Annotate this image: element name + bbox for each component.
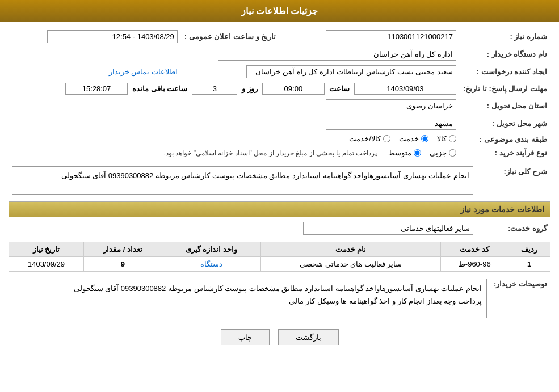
creator-input: سعید مجیبی نسب کارشناس ارتباطات اداره کل… — [246, 65, 456, 78]
city-value: مشهد — [9, 115, 460, 132]
need-number-value: 1103001121000217 — [287, 28, 460, 45]
deadline-days-input: 3 — [192, 83, 237, 95]
deadline-label: مهلت ارسال پاسخ: تا تاریخ: — [460, 81, 550, 97]
category-label: طبقه بندی موضوعی : — [460, 132, 550, 146]
info-row-city: شهر محل تحویل : مشهد — [9, 115, 550, 132]
contact-link-cell: اطلاعات تماس خریدار — [9, 63, 181, 81]
announce-datetime-input: 1403/08/29 - 12:54 — [47, 30, 178, 43]
page-header: جزئیات اطلاعات نیاز — [0, 0, 559, 22]
description-row: شرح کلی نیاز: انجام عملیات بهسازی آسانسو… — [9, 164, 550, 197]
process-radio-motevaset: متوسط — [388, 149, 421, 157]
info-row-process: نوع فرآیند خرید : جزیی متوسط — [9, 146, 550, 159]
service-group-input: سایر فعالیتهای خدماتی — [303, 222, 473, 235]
remaining-label: ساعت باقی مانده — [132, 85, 187, 93]
city-input: مشهد — [326, 117, 456, 130]
process-content: جزیی متوسط پرداخت تمام یا بخشی از مبلغ خ… — [9, 146, 460, 159]
col-count: تعداد / مقدار — [83, 242, 162, 257]
category-radio-khedmat: خدمت — [399, 134, 428, 143]
description-box: انجام عملیات بهسازی آسانسورهاواحد گواهین… — [12, 166, 473, 195]
table-cell-4: 9 — [83, 257, 162, 272]
process-jozi-radio[interactable] — [449, 149, 456, 157]
services-table-head: ردیف کد خدمت نام خدمت واحد اندازه گیری ت… — [9, 242, 550, 257]
description-value-cell: انجام عملیات بهسازی آسانسورهاواحد گواهین… — [9, 164, 477, 197]
announce-datetime-label: تاریخ و ساعت اعلان عمومی : — [181, 28, 287, 45]
buyer-notes-box: انجام عملیات بهسازی آسانسورهاواخذ گواهین… — [12, 279, 487, 318]
deadline-inline: 1403/09/03 ساعت 09:00 روز و 3 ساعت باقی … — [12, 83, 456, 95]
col-unit: واحد اندازه گیری — [162, 242, 260, 257]
info-row-creator: ایجاد کننده درخواست : سعید مجیبی نسب کار… — [9, 63, 550, 81]
col-service-code: کد خدمت — [441, 242, 508, 257]
buyer-notes-table: توصیحات خریدار: انجام عملیات بهسازی آسان… — [9, 276, 550, 321]
days-label: روز و — [242, 85, 258, 93]
buyer-notes-row: توصیحات خریدار: انجام عملیات بهسازی آسان… — [9, 276, 550, 321]
buyer-notes-label: توصیحات خریدار: — [490, 276, 550, 321]
services-table-header-row: ردیف کد خدمت نام خدمت واحد اندازه گیری ت… — [9, 242, 550, 257]
category-khedmat-radio[interactable] — [421, 135, 428, 142]
page-title: جزئیات اطلاعات نیاز — [241, 6, 318, 16]
service-group-value-cell: سایر فعالیتهای خدماتی — [9, 220, 477, 237]
info-row-need-number: شماره نیاز : 1103001121000217 تاریخ و سا… — [9, 28, 550, 45]
bottom-buttons: بازگشت چاپ — [9, 329, 550, 345]
process-jozi-label: جزیی — [430, 149, 447, 157]
city-label: شهر محل تحویل : — [460, 115, 550, 132]
buyer-notes-value-cell: انجام عملیات بهسازی آسانسورهاواخذ گواهین… — [9, 276, 490, 321]
info-row-province: استان محل تحویل : خراسان رضوی — [9, 97, 550, 115]
time-label: ساعت — [329, 85, 350, 93]
creator-value: سعید مجیبی نسب کارشناس ارتباطات اداره کل… — [181, 63, 460, 81]
need-number-input: 1103001121000217 — [326, 30, 456, 43]
category-kala-radio[interactable] — [449, 135, 456, 142]
creator-label: ایجاد کننده درخواست : — [460, 63, 550, 81]
process-row: جزیی متوسط پرداخت تمام یا بخشی از مبلغ خ… — [12, 149, 456, 157]
contact-link[interactable]: اطلاعات تماس خریدار — [109, 68, 178, 76]
province-value: خراسان رضوی — [9, 97, 460, 115]
process-motevaset-label: متوسط — [388, 149, 411, 157]
services-data-table: ردیف کد خدمت نام خدمت واحد اندازه گیری ت… — [9, 242, 550, 272]
process-label: نوع فرآیند خرید : — [460, 146, 550, 159]
process-motevaset-radio[interactable] — [414, 149, 421, 157]
table-cell-3: دستگاه — [162, 257, 260, 272]
category-kala-khedmat-radio[interactable] — [383, 135, 390, 142]
need-number-label: شماره نیاز : — [460, 28, 550, 45]
col-service-name: نام خدمت — [260, 242, 440, 257]
back-button[interactable]: بازگشت — [278, 329, 339, 345]
category-radio-kala: کالا — [437, 134, 456, 143]
content-area: شماره نیاز : 1103001121000217 تاریخ و سا… — [0, 22, 559, 360]
main-info-table: شماره نیاز : 1103001121000217 تاریخ و سا… — [9, 28, 550, 159]
print-button[interactable]: چاپ — [221, 329, 270, 345]
buyer-org-value: اداره کل راه آهن خراسان — [9, 45, 460, 63]
service-group-row: گروه خدمت: سایر فعالیتهای خدماتی — [9, 220, 550, 237]
table-row: 1960-96-طسایر فعالیت های خدماتی شخصیدستگ… — [9, 257, 550, 272]
col-date: تاریخ نیاز — [9, 242, 84, 257]
category-radios: کالا خدمت کالا/خدمت — [9, 132, 460, 146]
description-table: شرح کلی نیاز: انجام عملیات بهسازی آسانسو… — [9, 164, 550, 197]
table-cell-2: سایر فعالیت های خدماتی شخصی — [260, 257, 440, 272]
description-label: شرح کلی نیاز: — [477, 164, 550, 197]
category-khedmat-label: خدمت — [399, 134, 419, 143]
process-note: پرداخت تمام یا بخشی از مبلغ خریدار از مح… — [164, 149, 377, 157]
province-input: خراسان رضوی — [326, 99, 456, 112]
table-cell-5: 1403/09/29 — [9, 257, 84, 272]
buyer-org-label: نام دستگاه خریدار : — [460, 45, 550, 63]
buyer-notes-text: انجام عملیات بهسازی آسانسورهاواخذ گواهین… — [74, 284, 482, 305]
process-radio-group: جزیی متوسط — [388, 149, 456, 157]
category-radio-kala-khedmat: کالا/خدمت — [349, 134, 390, 143]
services-table-body: 1960-96-طسایر فعالیت های خدماتی شخصیدستگ… — [9, 257, 550, 272]
col-row-number: ردیف — [508, 242, 550, 257]
category-kala-khedmat-label: کالا/خدمت — [349, 134, 381, 143]
deadline-values: 1403/09/03 ساعت 09:00 روز و 3 ساعت باقی … — [9, 81, 460, 97]
deadline-time-input: 09:00 — [262, 83, 325, 95]
page-container: جزئیات اطلاعات نیاز شماره نیاز : 1103001… — [0, 0, 559, 392]
deadline-date-input: 1403/09/03 — [354, 83, 456, 95]
deadline-remaining-input: 15:28:07 — [65, 83, 128, 95]
table-cell-0: 1 — [508, 257, 550, 272]
info-row-buyer-org: نام دستگاه خریدار : اداره کل راه آهن خرا… — [9, 45, 550, 63]
service-group-table: گروه خدمت: سایر فعالیتهای خدماتی — [9, 220, 550, 237]
table-cell-1: 960-96-ط — [441, 257, 508, 272]
category-radio-group: کالا خدمت کالا/خدمت — [349, 134, 456, 143]
services-section-header: اطلاعات خدمات مورد نیاز — [9, 201, 550, 217]
announce-datetime-value: 1403/08/29 - 12:54 — [9, 28, 181, 45]
info-row-deadline: مهلت ارسال پاسخ: تا تاریخ: 1403/09/03 سا… — [9, 81, 550, 97]
category-kala-label: کالا — [437, 134, 447, 143]
province-label: استان محل تحویل : — [460, 97, 550, 115]
buyer-org-input: اداره کل راه آهن خراسان — [218, 48, 456, 61]
